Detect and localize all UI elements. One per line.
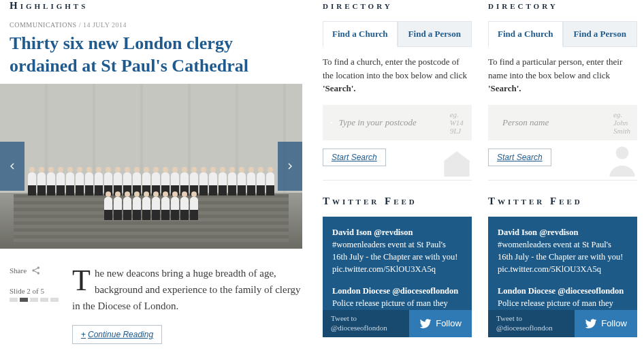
share-icon xyxy=(31,265,42,276)
map-pin-icon xyxy=(329,118,334,127)
search-row: eg. John Smith xyxy=(488,105,637,140)
input-hint: eg. John Smith xyxy=(613,110,630,135)
chevron-left-icon xyxy=(7,157,18,176)
continue-reading-button[interactable]: +Continue Reading xyxy=(72,325,162,344)
chevron-right-icon xyxy=(285,157,295,176)
church-icon xyxy=(438,142,476,180)
start-search-button[interactable]: Start Search xyxy=(488,149,551,166)
meta-sep: / xyxy=(77,21,83,29)
slide-dots[interactable] xyxy=(10,298,72,302)
tweet-to-button[interactable]: Tweet to @dioceseoflondon xyxy=(488,310,575,337)
article-teaser: The new deacons bring a huge breadth of … xyxy=(72,265,304,314)
directory-instructions: To find a particular person, enter their… xyxy=(488,55,637,95)
tweet-body: #womenleaders event at St Paul's 16th Ju… xyxy=(498,240,623,274)
svg-point-4 xyxy=(616,146,629,159)
follow-label: Follow xyxy=(436,318,462,328)
hero-image xyxy=(0,84,302,249)
tweet-body: #womenleaders event at St Paul's 16th Ju… xyxy=(332,240,457,274)
crowd-illustration xyxy=(27,145,275,220)
input-hint: eg. W14 9LJ xyxy=(450,110,465,135)
teaser-text: he new deacons bring a huge breadth of a… xyxy=(72,268,300,311)
directory-heading: directory xyxy=(488,0,637,12)
directory-instructions: To find a church, enter the postcode of … xyxy=(323,55,472,95)
carousel-prev-button[interactable] xyxy=(0,142,25,191)
directory-tabs: Find a Church Find a Person xyxy=(323,21,472,47)
twitter-feed: David Ison @revdison #womenleaders event… xyxy=(488,217,637,337)
carousel-next-button[interactable] xyxy=(278,142,302,191)
twitter-bird-icon xyxy=(419,317,432,330)
tab-find-church[interactable]: Find a Church xyxy=(488,21,563,47)
article-title[interactable]: Thirty six new London clergy ordained at… xyxy=(10,33,304,77)
twitter-bird-icon xyxy=(585,317,597,330)
share-button[interactable]: Share xyxy=(10,265,72,276)
tab-find-person[interactable]: Find a Person xyxy=(563,21,638,47)
postcode-input[interactable] xyxy=(339,117,445,128)
plus-icon: + xyxy=(81,330,86,339)
svg-point-3 xyxy=(496,122,496,123)
directory-heading: directory xyxy=(323,0,472,12)
person-icon xyxy=(495,118,497,127)
tweet-to-button[interactable]: Tweet to @dioceseoflondon xyxy=(323,310,409,337)
meta-category: COMMUNICATIONS xyxy=(10,21,77,29)
slide-counter: Slide 2 of 5 xyxy=(10,287,72,295)
person-watermark-icon xyxy=(603,142,641,180)
tweet-item[interactable]: David Ison @revdison #womenleaders event… xyxy=(498,226,628,276)
twitter-heading: Twitter Feed xyxy=(323,196,472,207)
search-row: eg. W14 9LJ xyxy=(323,105,472,140)
directory-tabs: Find a Church Find a Person xyxy=(488,21,637,47)
start-search-button[interactable]: Start Search xyxy=(323,149,386,166)
follow-button[interactable]: Follow xyxy=(409,310,472,337)
highlights-heading: Highlights xyxy=(10,0,304,12)
continue-label: Continue Reading xyxy=(88,330,153,339)
follow-button[interactable]: Follow xyxy=(575,310,637,337)
twitter-feed: David Ison @revdison #womenleaders event… xyxy=(323,217,472,337)
twitter-heading: Twitter Feed xyxy=(488,196,637,207)
share-label: Share xyxy=(10,266,27,275)
tweet-item[interactable]: David Ison @revdison #womenleaders event… xyxy=(332,226,462,276)
tab-find-person[interactable]: Find a Person xyxy=(398,21,472,47)
article-meta: COMMUNICATIONS / 14 JULY 2014 xyxy=(10,21,304,29)
follow-label: Follow xyxy=(601,318,627,328)
tab-find-church[interactable]: Find a Church xyxy=(323,21,398,47)
person-name-input[interactable] xyxy=(502,117,608,128)
dropcap: T xyxy=(72,265,95,293)
meta-date: 14 JULY 2014 xyxy=(83,21,127,29)
